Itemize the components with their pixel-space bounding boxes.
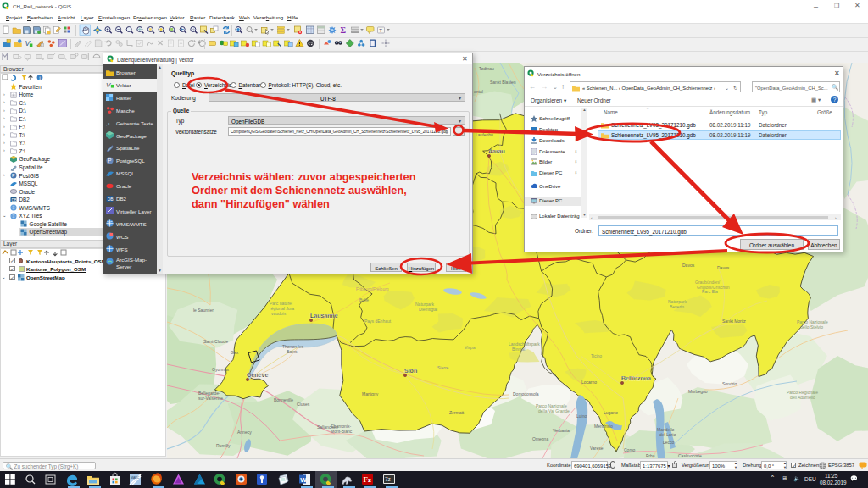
svg-text:della Val Grande: della Val Grande	[538, 408, 570, 413]
svg-text:DB: DB	[12, 198, 17, 202]
svg-text:Binntal: Binntal	[512, 347, 525, 352]
svg-text:7z: 7z	[385, 476, 391, 482]
svg-text:,•: ,•	[106, 119, 110, 126]
svg-text:Genève: Genève	[247, 372, 268, 378]
svg-text:Omegna: Omegna	[532, 436, 548, 441]
svg-text:Gex: Gex	[231, 350, 239, 355]
svg-text:Como: Como	[624, 447, 636, 452]
svg-text:le Saumier: le Saumier	[193, 308, 214, 313]
svg-text:Mendrisio: Mendrisio	[594, 424, 613, 429]
svg-text:Bellinzona: Bellinzona	[621, 375, 651, 381]
svg-text:Oyonnax: Oyonnax	[212, 367, 230, 372]
svg-text:dell Adamello: dell Adamello	[790, 395, 815, 400]
svg-text:Rumilly: Rumilly	[216, 443, 231, 448]
svg-text:Lecco: Lecco	[663, 440, 675, 445]
svg-text:dello Stelvio: dello Stelvio	[800, 324, 823, 330]
svg-text:Sankt Moritz: Sankt Moritz	[722, 319, 746, 324]
svg-text:Domodossola: Domodossola	[513, 391, 539, 396]
svg-text:Beverin: Beverin	[670, 304, 684, 309]
svg-text:MARC: MARC	[131, 476, 140, 480]
svg-text:Lausanne: Lausanne	[310, 313, 338, 319]
svg-text:Davos: Davos	[682, 263, 695, 268]
svg-text:Bains: Bains	[287, 349, 298, 354]
svg-text:Fz: Fz	[364, 475, 372, 484]
svg-text:T: T	[379, 28, 382, 33]
svg-text:Ticino: Ticino	[591, 353, 602, 358]
svg-text:del Lario: del Lario	[659, 432, 676, 437]
svg-text:Todtnau: Todtnau	[479, 66, 494, 71]
svg-text:Varese: Varese	[590, 446, 604, 451]
svg-text:Bulle: Bulle	[359, 297, 369, 302]
svg-text:P: P	[108, 158, 111, 164]
svg-text:Saint-Claude: Saint-Claude	[203, 339, 228, 344]
svg-text:Luino: Luino	[576, 413, 587, 419]
svg-text:Sankt Blasien: Sankt Blasien	[490, 80, 516, 85]
svg-text:vaudois: vaudois	[271, 311, 287, 316]
svg-text:Locarno: Locarno	[581, 380, 597, 385]
svg-text:DB: DB	[108, 197, 114, 201]
svg-text:Annecy: Annecy	[237, 430, 252, 435]
svg-text:P: P	[12, 173, 15, 178]
svg-text:sur-Valserine: sur-Valserine	[198, 396, 223, 401]
svg-text:Pays dEnhaut: Pays dEnhaut	[364, 319, 392, 324]
svg-text:Fribourg/Freiburg: Fribourg/Freiburg	[356, 286, 389, 291]
svg-text:Martigny: Martigny	[362, 391, 379, 396]
svg-text:Zermatt: Zermatt	[449, 410, 465, 415]
svg-text:Morbegno: Morbegno	[688, 389, 708, 394]
svg-text:Σ: Σ	[341, 25, 347, 35]
svg-text:Verbania: Verbania	[553, 428, 570, 433]
svg-text:Lugano: Lugano	[604, 410, 618, 415]
svg-text:Mont-Blanc: Mont-Blanc	[331, 429, 353, 434]
svg-text:Laufenbu...: Laufenbu...	[476, 132, 497, 137]
svg-text:W: W	[300, 476, 307, 484]
svg-text:Davos: Davos	[717, 265, 730, 270]
svg-text:Aarau: Aarau	[488, 148, 505, 154]
svg-text:Vispa: Vispa	[465, 345, 476, 350]
svg-text:Diemtigtal: Diemtigtal	[419, 307, 437, 312]
svg-text:Sion: Sion	[404, 368, 417, 374]
svg-text:Cluses: Cluses	[297, 402, 310, 407]
svg-text:Bonneville: Bonneville	[274, 397, 293, 402]
svg-text:Parc Ela: Parc Ela	[702, 289, 718, 294]
svg-text:ental: ental	[474, 89, 483, 94]
svg-text:Sierre: Sierre	[437, 365, 449, 370]
svg-text:Sondrio: Sondrio	[722, 381, 737, 386]
